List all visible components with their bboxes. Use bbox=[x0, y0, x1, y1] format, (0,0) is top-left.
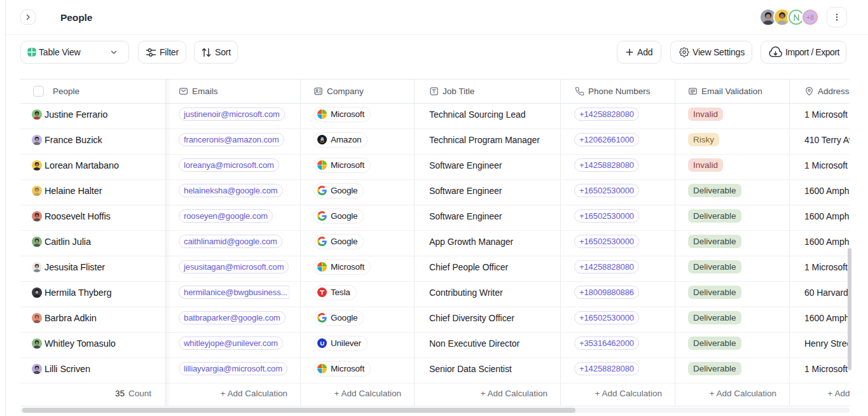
svg-text:U: U bbox=[320, 340, 324, 347]
